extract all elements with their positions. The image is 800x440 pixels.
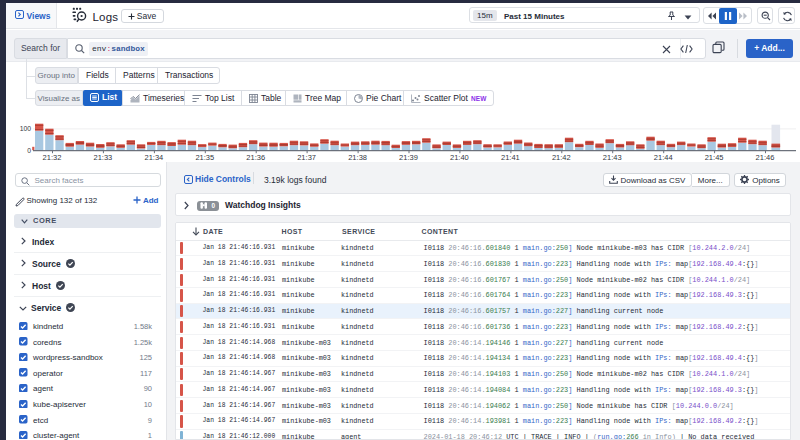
- svg-text:21:46: 21:46: [756, 153, 775, 162]
- svg-text:21:38: 21:38: [348, 153, 367, 162]
- svg-text:21:42: 21:42: [552, 153, 571, 162]
- svg-text:21:39: 21:39: [399, 153, 418, 162]
- svg-text:21:36: 21:36: [246, 153, 265, 162]
- svg-text:21:35: 21:35: [195, 153, 214, 162]
- svg-text:21:44: 21:44: [654, 153, 673, 162]
- svg-text:21:33: 21:33: [94, 153, 113, 162]
- svg-text:21:32: 21:32: [43, 153, 62, 162]
- svg-text:21:34: 21:34: [145, 153, 164, 162]
- svg-text:21:43: 21:43: [603, 153, 622, 162]
- svg-text:21:45: 21:45: [705, 153, 724, 162]
- svg-text:21:41: 21:41: [501, 153, 520, 162]
- svg-text:21:40: 21:40: [450, 153, 469, 162]
- svg-text:0: 0: [27, 147, 31, 154]
- svg-text:100: 100: [20, 125, 32, 132]
- svg-text:21:37: 21:37: [297, 153, 316, 162]
